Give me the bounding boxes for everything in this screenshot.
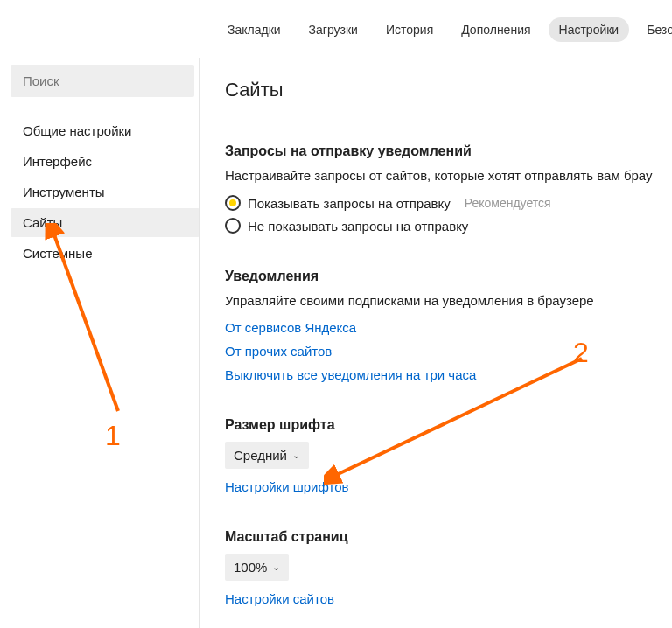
link-site-settings[interactable]: Настройки сайтов (225, 591, 672, 606)
section-title: Уведомления (225, 269, 672, 284)
section-title: Запросы на отправку уведомлений (225, 143, 672, 159)
section-title: Масштаб страниц (225, 529, 672, 545)
select-value: 100% (234, 560, 267, 575)
radio-icon (225, 195, 241, 211)
radio-show-requests[interactable]: Показывать запросы на отправку Рекоменду… (225, 195, 672, 211)
tab-history[interactable]: История (375, 17, 444, 42)
section-desc: Настраивайте запросы от сайтов, которые … (225, 168, 672, 183)
link-font-settings[interactable]: Настройки шрифтов (225, 479, 672, 494)
zoom-select[interactable]: 100% ⌄ (225, 554, 289, 581)
chevron-down-icon: ⌄ (292, 450, 300, 461)
section-font-size: Размер шрифта Средний ⌄ Настройки шрифто… (225, 417, 672, 494)
tab-settings[interactable]: Настройки (549, 17, 630, 42)
tab-addons[interactable]: Дополнения (451, 17, 541, 42)
sidebar-item-general[interactable]: Общие настройки (10, 116, 200, 145)
search-input[interactable] (10, 65, 194, 97)
radio-label: Показывать запросы на отправку (248, 196, 451, 211)
page-title: Сайты (225, 79, 672, 101)
tab-security[interactable]: Безопасность (636, 17, 672, 42)
sidebar-item-sites[interactable]: Сайты (10, 208, 200, 237)
sidebar-item-tools[interactable]: Инструменты (10, 178, 200, 206)
section-page-zoom: Масштаб страниц 100% ⌄ Настройки сайтов (225, 529, 672, 606)
select-value: Средний (234, 448, 287, 463)
radio-hide-requests[interactable]: Не показывать запросы на отправку (225, 218, 672, 234)
link-disable-3h[interactable]: Выключить все уведомления на три часа (225, 367, 672, 382)
section-notifications: Уведомления Управляйте своими подписками… (225, 269, 672, 382)
section-notification-requests: Запросы на отправку уведомлений Настраив… (225, 143, 672, 234)
top-tabs: Закладки Загрузки История Дополнения Нас… (0, 0, 672, 58)
tab-bookmarks[interactable]: Закладки (217, 17, 291, 42)
main-panel: Сайты Запросы на отправку уведомлений На… (200, 58, 672, 628)
link-other-sites[interactable]: От прочих сайтов (225, 344, 672, 359)
radio-icon (225, 218, 241, 234)
sidebar: Общие настройки Интерфейс Инструменты Са… (0, 58, 200, 628)
link-yandex-services[interactable]: От сервисов Яндекса (225, 320, 672, 335)
radio-label: Не показывать запросы на отправку (248, 219, 468, 234)
chevron-down-icon: ⌄ (272, 562, 280, 573)
tab-downloads[interactable]: Загрузки (298, 17, 368, 42)
sidebar-item-system[interactable]: Системные (10, 239, 200, 268)
radio-hint: Рекомендуется (465, 196, 551, 210)
section-desc: Управляйте своими подписками на уведомле… (225, 293, 672, 308)
font-size-select[interactable]: Средний ⌄ (225, 442, 309, 469)
sidebar-item-interface[interactable]: Интерфейс (10, 147, 200, 176)
section-title: Размер шрифта (225, 417, 672, 433)
